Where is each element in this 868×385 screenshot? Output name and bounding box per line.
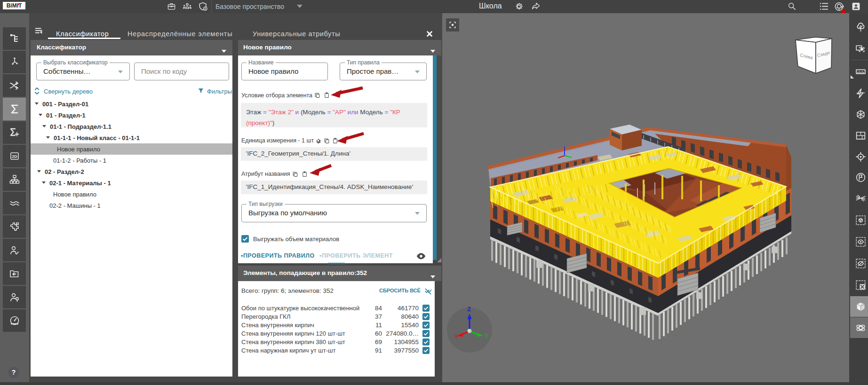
svg-text:2D: 2D <box>12 154 17 159</box>
svg-text:X: X <box>454 333 458 340</box>
svg-text:Z: Z <box>467 306 471 313</box>
svg-text:Y: Y <box>485 333 488 339</box>
